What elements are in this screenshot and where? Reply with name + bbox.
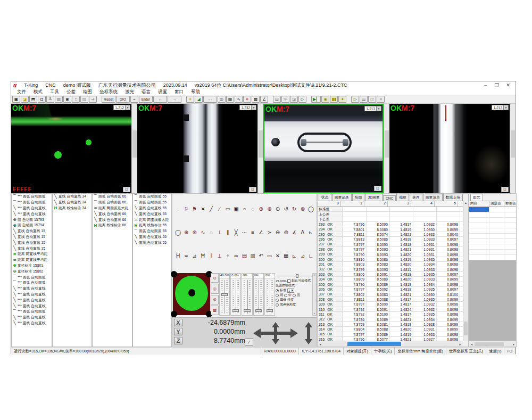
list-item[interactable]: ╲*** 直线 自动直线 xyxy=(12,292,52,298)
list-item[interactable]: H距离 线性标注 66 xyxy=(93,223,132,228)
batch-button[interactable]: ≫ xyxy=(281,96,289,103)
new-file-button[interactable]: ▣ xyxy=(12,96,20,103)
measure-tool-icon[interactable]: ↺ xyxy=(282,205,289,212)
table-vscrollbar[interactable]: ▲ xyxy=(463,201,468,341)
menu-item[interactable]: 工具 xyxy=(46,89,63,95)
list-item[interactable]: ⊕圆 自动圆 15793 xyxy=(12,217,52,223)
dimension-tool-icon[interactable]: ⊾ xyxy=(291,252,298,259)
dimension-tool-icon[interactable]: ✕ xyxy=(275,252,281,259)
list-item[interactable]: ⌒*** 圆弧 自动圆弧 xyxy=(12,280,52,286)
table-row[interactable]: 309OK 7.87978.50901.48171.09320.80981.09… xyxy=(318,302,463,307)
table-row[interactable]: 312OK 7.87868.50891.48211.09340.80991.09… xyxy=(318,317,463,322)
table-tab[interactable]: 状态 xyxy=(319,194,331,201)
measure-tool-icon[interactable]: ○ xyxy=(241,205,248,212)
table-row[interactable]: 297OK 7.87978.50901.48181.09310.80981.09… xyxy=(318,242,463,247)
measure-tool-icon[interactable]: · xyxy=(174,205,181,212)
construct-tool-icon[interactable]: ⊜ xyxy=(282,229,289,236)
table-row[interactable]: 标准值 xyxy=(318,207,463,212)
list-item[interactable]: ╲直线 自动直线 66 xyxy=(93,211,132,217)
black-sat-radio[interactable] xyxy=(276,303,279,307)
pause-button[interactable]: ▮▮ xyxy=(330,96,338,103)
list-item[interactable]: ≍距离 两直线平均距 xyxy=(12,257,52,263)
dimension-tool-icon[interactable]: ⊿ xyxy=(191,252,198,259)
list-item[interactable]: ⌒*** 圆弧 自动圆弧 xyxy=(12,309,52,315)
construct-tool-icon[interactable]: ∡ xyxy=(291,229,298,236)
table-row[interactable]: 下公差 xyxy=(318,217,463,222)
construct-tool-icon[interactable]: ╳ xyxy=(232,229,239,236)
table-row[interactable]: 316OK 7.87968.50771.48211.09270.80981.09… xyxy=(318,337,463,341)
list-item[interactable]: ╲*** 直线 自动直线 xyxy=(12,303,52,309)
dimension-tool-icon[interactable]: ↶ xyxy=(257,252,264,259)
dimension-tool-icon[interactable]: I xyxy=(208,252,215,259)
light-slider[interactable]: 0% xyxy=(264,273,275,316)
options-scrollbar[interactable]: ˄˅ xyxy=(312,273,317,316)
menu-item[interactable]: 语言 xyxy=(138,89,154,95)
wave-button[interactable]: ∿ xyxy=(235,96,243,103)
table-row[interactable]: 305OK 7.87968.50891.48181.09340.80981.09… xyxy=(318,282,463,287)
dimension-tool-icon[interactable]: ▤ xyxy=(241,252,248,259)
list-item[interactable]: ≍距离 两直线最大距 xyxy=(133,217,171,223)
table-row[interactable]: 294OK 7.88018.50801.48191.09300.80991.09… xyxy=(318,227,463,232)
menu-item[interactable]: 窗口 xyxy=(171,89,187,95)
camera2-scrollbar[interactable] xyxy=(257,104,263,193)
table-tab[interactable]: CNC xyxy=(383,195,396,201)
tool-hammer-button[interactable]: ✦ xyxy=(338,96,346,103)
menu-item[interactable]: 公差 xyxy=(63,89,79,95)
camera-view-2[interactable]: OKM:7 1-232▾ ⊡ xyxy=(137,104,257,193)
table-row[interactable]: 310OK 7.87928.50911.48241.09320.80981.09… xyxy=(318,307,463,312)
list-item[interactable]: ⌒圆弧 自动圆弧 55 xyxy=(133,228,171,234)
camera3-scrollbar[interactable] xyxy=(384,104,389,193)
construct-tool-icon[interactable]: ⊾ xyxy=(307,229,314,236)
folder-button[interactable]: ◪ xyxy=(290,96,298,103)
jog-arrows[interactable] xyxy=(253,321,316,345)
list-item[interactable]: ⊕圆 自动圆 15794 xyxy=(12,223,52,228)
menu-item[interactable]: 帮助 xyxy=(187,89,204,95)
table-row[interactable]: 308OK 7.88118.50881.48171.09350.80991.09… xyxy=(318,297,463,302)
run-button[interactable]: ▷ xyxy=(298,96,306,103)
list-item[interactable]: ╲*** 直线 自动直线 xyxy=(12,320,52,326)
shield-button[interactable]: ◘ xyxy=(38,96,46,103)
diagonal-move-button[interactable]: ∕ xyxy=(245,338,253,346)
construct-tool-icon[interactable]: ∠ xyxy=(257,229,264,236)
dimension-tool-icon[interactable]: ∟ xyxy=(307,252,314,259)
measure-tool-icon[interactable]: ◯ xyxy=(307,205,314,212)
enter-button[interactable]: Enter xyxy=(139,96,153,103)
measure-tool-icon[interactable]: ✕ xyxy=(200,205,206,212)
slider-thumb[interactable] xyxy=(244,309,250,312)
light-segment-button[interactable]: ⊙ xyxy=(211,273,219,283)
list-item[interactable]: ⌒圆弧 自动圆弧 66 xyxy=(93,200,132,205)
construct-tool-icon[interactable]: ≡ xyxy=(250,229,256,236)
measure-tool-icon[interactable]: ∕ xyxy=(216,205,223,212)
table-hscrollbar[interactable]: ◂▸ xyxy=(318,341,463,347)
construct-tool-icon[interactable]: ◯ xyxy=(174,229,181,236)
menu-item[interactable]: 坐标系统 xyxy=(96,89,121,95)
magnifier-button[interactable]: ◎ xyxy=(218,96,226,103)
mid-radio[interactable] xyxy=(284,294,287,297)
measure-tool-icon[interactable]: ⊙ xyxy=(275,205,281,212)
light-slider[interactable]: 0.0% xyxy=(230,273,241,316)
slider-thumb[interactable] xyxy=(232,309,239,312)
list-item[interactable]: ⊖直径标注 15802 xyxy=(12,268,52,274)
camera-select-dropdown[interactable]: 1-212▾ xyxy=(113,105,130,110)
list-item[interactable]: ╲*** 直线 自动直线 xyxy=(12,205,52,211)
hscroll-thumb[interactable] xyxy=(347,342,401,346)
list-item[interactable]: ≍距离 两圆弧最大距 xyxy=(93,205,132,211)
probe-button[interactable]: ╨ xyxy=(46,96,54,103)
table-tab[interactable]: 模板 xyxy=(396,194,409,201)
dimension-tool-icon[interactable]: ⊥ xyxy=(216,252,223,259)
camera-select-dropdown[interactable]: 1-212▾ xyxy=(492,105,509,110)
list-item[interactable]: ⌒圆弧 自动圆弧 55 xyxy=(133,200,171,205)
disabled-block2-button[interactable]: ▨ xyxy=(80,96,88,103)
menu-item[interactable]: 绘图 xyxy=(79,89,96,95)
dither-button[interactable]: ▩ xyxy=(252,96,260,103)
construct-tool-icon[interactable]: ∥ xyxy=(225,229,231,236)
construct-tool-icon[interactable]: ∿ xyxy=(200,229,206,236)
camera4-scrollbar[interactable] xyxy=(510,104,516,193)
dio-button[interactable]: DIO xyxy=(116,96,130,103)
element-hscrollbar[interactable]: ◂▸ xyxy=(469,341,516,347)
dimension-tool-icon[interactable]: ▭ xyxy=(266,252,273,259)
shield-alt-button[interactable]: ◙ xyxy=(63,96,71,103)
close-button[interactable]: ✕ xyxy=(506,83,510,88)
curve-button[interactable]: ∠ xyxy=(260,96,268,103)
camera-select-dropdown[interactable]: 1-232▾ xyxy=(239,105,256,110)
